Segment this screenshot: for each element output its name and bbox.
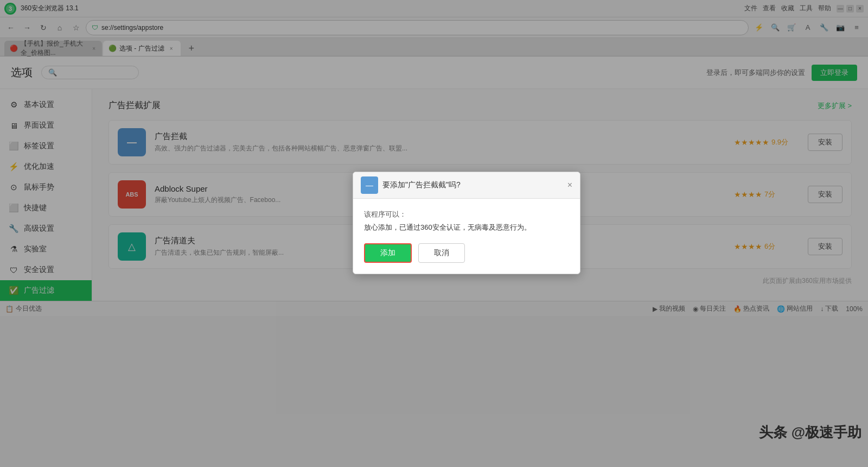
- dialog-overlay: — 要添加"广告拦截截"吗? × 该程序可以： 放心添加，已通过360安全认证，…: [0, 0, 868, 467]
- dialog-body: 该程序可以： 放心添加，已通过360安全认证，无病毒及恶意行为。 添加 取消: [353, 199, 580, 274]
- dialog-title: — 要添加"广告拦截截"吗?: [361, 176, 461, 194]
- dialog-actions: 添加 取消: [364, 243, 569, 263]
- dialog-cancel-button[interactable]: 取消: [418, 243, 465, 263]
- dialog-perm-title: 该程序可以：: [364, 210, 569, 219]
- dialog-perm-text: 放心添加，已通过360安全认证，无病毒及恶意行为。: [364, 223, 569, 232]
- dialog-close-button[interactable]: ×: [567, 181, 572, 190]
- watermark: 头条 @极速手助: [752, 419, 868, 446]
- dialog-add-button[interactable]: 添加: [364, 243, 412, 263]
- dialog-titlebar: — 要添加"广告拦截截"吗? ×: [353, 172, 580, 199]
- dialog-title-text: 要添加"广告拦截截"吗?: [382, 180, 461, 190]
- confirm-dialog: — 要添加"广告拦截截"吗? × 该程序可以： 放心添加，已通过360安全认证，…: [353, 172, 580, 274]
- dialog-ext-icon: —: [361, 176, 378, 194]
